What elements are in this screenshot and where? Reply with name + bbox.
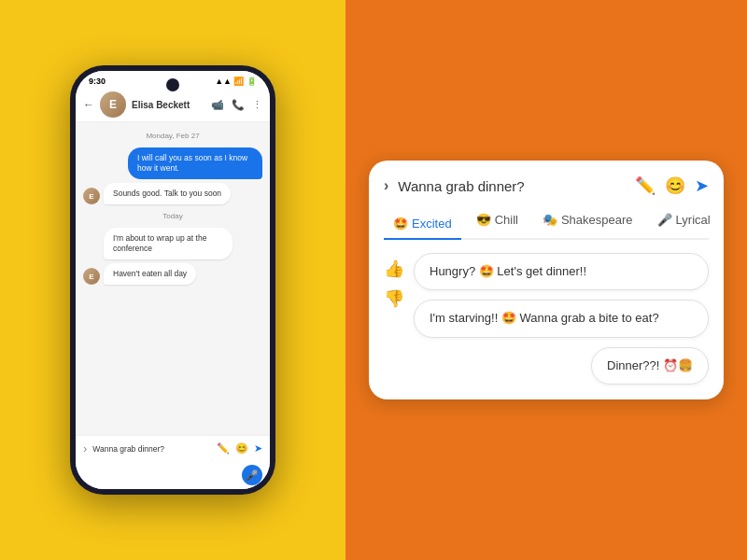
right-panel: › Wanna grab dinner? ✏️ 😊 ➤ 🤩 Excited 😎 …	[345, 0, 747, 560]
suggestion-item-3[interactable]: Dinner??! ⏰🍔	[591, 347, 709, 385]
suggestion-item-2[interactable]: I'm starving!! 🤩 Wanna grab a bite to ea…	[414, 300, 709, 337]
tab-shakespeare[interactable]: 🎭 Shakespeare	[533, 209, 642, 231]
suggestion-edit-icon[interactable]: ✏️	[635, 175, 655, 196]
shakespeare-emoji: 🎭	[543, 213, 557, 227]
date-divider-2: Today	[83, 212, 262, 220]
tab-lyrical[interactable]: 🎤 Lyrical	[648, 209, 720, 231]
bubble-received-3: Haven't eaten all day	[104, 263, 196, 285]
received-avatar-2: E	[83, 268, 100, 285]
suggestion-input-text[interactable]: Wanna grab dinner?	[398, 178, 626, 194]
excited-emoji: 🤩	[393, 217, 408, 231]
status-icons: ▲▲ 📶 🔋	[215, 77, 257, 86]
contact-avatar: E	[100, 91, 126, 118]
received-avatar-1: E	[83, 188, 100, 204]
tab-excited[interactable]: 🤩 Excited	[384, 209, 461, 240]
suggestions-area: 👍 👎 Hungry? 🤩 Let's get dinner!! I'm sta…	[384, 253, 709, 385]
edit-icon[interactable]: ✏️	[217, 442, 230, 455]
phone-notch	[166, 78, 179, 91]
bubble-received-2: I'm about to wrap up at the conference	[104, 228, 233, 259]
suggestion-send-icon[interactable]: ➤	[695, 175, 709, 196]
date-divider-1: Monday, Feb 27	[83, 132, 262, 140]
chill-label: Chill	[495, 213, 518, 227]
message-received-1: E Sounds good. Talk to you soon	[83, 183, 262, 204]
phone-call-icon[interactable]: 📞	[232, 99, 245, 111]
thumbs-down-icon[interactable]: 👎	[384, 288, 404, 309]
phone-mockup: 9:30 ▲▲ 📶 🔋 ← E Elisa Beckett 📹 📞 ⋮ Mond…	[70, 65, 275, 495]
emoji-icon[interactable]: 😊	[235, 442, 248, 455]
lyrical-label: Lyrical	[676, 213, 711, 227]
suggestion-item-1[interactable]: Hungry? 🤩 Let's get dinner!!	[414, 253, 709, 290]
suggestion-card: › Wanna grab dinner? ✏️ 😊 ➤ 🤩 Excited 😎 …	[369, 161, 724, 399]
suggestion-action-icons: ✏️ 😊 ➤	[635, 175, 709, 196]
mic-button[interactable]: 🎤	[242, 465, 262, 485]
more-options-icon[interactable]: ⋮	[252, 99, 262, 111]
tab-chill[interactable]: 😎 Chill	[467, 209, 528, 231]
back-arrow-icon[interactable]: ←	[83, 98, 94, 111]
expand-icon[interactable]: ›	[83, 441, 87, 455]
left-panel: 9:30 ▲▲ 📶 🔋 ← E Elisa Beckett 📹 📞 ⋮ Mond…	[0, 0, 345, 560]
phone-screen: 9:30 ▲▲ 📶 🔋 ← E Elisa Beckett 📹 📞 ⋮ Mond…	[76, 71, 270, 489]
status-time: 9:30	[89, 77, 106, 86]
message-bubble-sent-1: I will call you as soon as I know how it…	[128, 147, 262, 179]
message-received-3: E Haven't eaten all day	[83, 263, 262, 285]
header-action-icons: 📹 📞 ⋮	[211, 99, 262, 111]
thumbs-up-icon[interactable]: 👍	[384, 259, 404, 279]
tone-tabs: 🤩 Excited 😎 Chill 🎭 Shakespeare 🎤 Lyrica…	[384, 209, 709, 240]
feedback-column: 👍 👎	[384, 253, 404, 385]
send-icon[interactable]: ➤	[254, 442, 262, 455]
bubble-received-1: Sounds good. Talk to you soon	[104, 183, 231, 204]
suggestions-list: Hungry? 🤩 Let's get dinner!! I'm starvin…	[414, 253, 709, 385]
video-call-icon[interactable]: 📹	[211, 99, 224, 111]
chat-input-bar: › Wanna grab dinner? ✏️ 😊 ➤	[76, 435, 270, 461]
mic-bar: 🎤	[76, 461, 270, 489]
chill-emoji: 😎	[476, 213, 491, 227]
chat-header: ← E Elisa Beckett 📹 📞 ⋮	[76, 88, 270, 122]
lyrical-emoji: 🎤	[657, 213, 672, 227]
chat-messages: Monday, Feb 27 I will call you as soon a…	[76, 122, 270, 435]
suggestion-chevron-icon[interactable]: ›	[384, 177, 388, 194]
input-icons: ✏️ 😊 ➤	[217, 442, 262, 455]
suggestion-emoji-icon[interactable]: 😊	[665, 175, 685, 196]
shakespeare-label: Shakespeare	[561, 213, 633, 227]
contact-name: Elisa Beckett	[132, 100, 205, 110]
excited-label: Excited	[412, 217, 452, 231]
chat-input-text[interactable]: Wanna grab dinner?	[92, 444, 211, 454]
suggestion-input-row: › Wanna grab dinner? ✏️ 😊 ➤	[384, 175, 709, 196]
